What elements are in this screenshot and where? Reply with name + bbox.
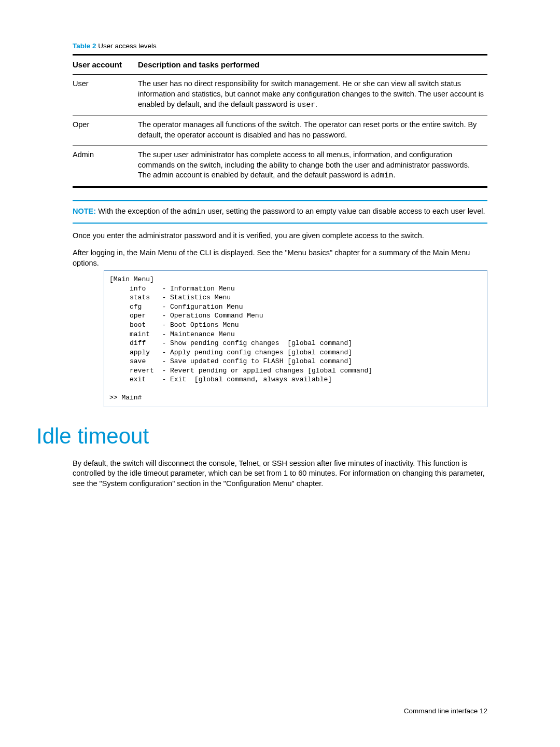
note-block: NOTE: With the exception of the admin us… [73,200,487,224]
cell-desc: The user has no direct responsibility fo… [138,75,487,116]
table-row: Admin The super user administrator has c… [73,146,487,187]
cli-output: [Main Menu] info - Information Menu stat… [104,270,487,407]
paragraph: By default, the switch will disconnect t… [73,459,487,489]
section-heading: Idle timeout [36,422,487,451]
table-header-desc: Description and tasks performed [138,55,487,75]
paragraph: Once you enter the administrator passwor… [73,231,487,241]
cell-account: Admin [73,146,138,187]
note-text-prefix: With the exception of the [98,207,183,215]
note-text-suffix: user, setting the password to an empty v… [205,207,485,215]
cell-account: Oper [73,116,138,146]
table-caption-text: User access levels [98,42,157,50]
cell-desc: The operator manages all functions of th… [138,116,487,146]
table-header-account: User account [73,55,138,75]
note-label: NOTE: [73,207,96,215]
user-access-table: User account Description and tasks perfo… [73,54,487,188]
table-caption-label: Table 2 [73,42,96,50]
cell-desc: The super user administrator has complet… [138,146,487,187]
table-row: Oper The operator manages all functions … [73,116,487,146]
table-row: User The user has no direct responsibili… [73,75,487,116]
paragraph: After logging in, the Main Menu of the C… [73,248,487,268]
note-code: admin [183,208,206,216]
page-footer: Command line interface 12 [404,707,487,716]
cell-account: User [73,75,138,116]
table-caption: Table 2 User access levels [73,42,487,51]
